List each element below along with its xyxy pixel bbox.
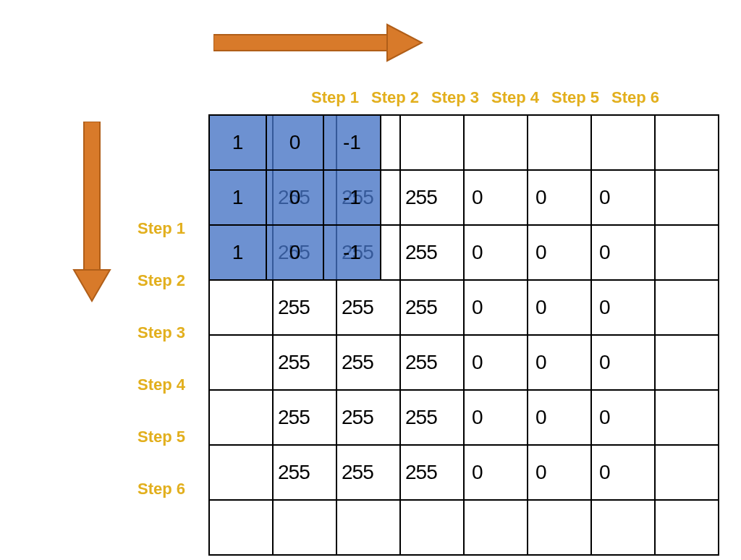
grid-cell: 255 (400, 225, 464, 280)
grid-cell: 0 (464, 390, 528, 445)
grid-cell: 255 (273, 335, 336, 390)
grid-cell: 255 (400, 390, 464, 445)
grid-cell: 0 (591, 335, 655, 390)
col-step-2: Step 2 (371, 88, 422, 107)
grid-cell (655, 390, 719, 445)
grid-cell (400, 500, 464, 555)
grid-cell (655, 335, 719, 390)
table-row: 255 255 255 0 0 0 (209, 280, 719, 335)
grid-cell: 255 (273, 445, 336, 500)
grid-cell (591, 115, 655, 170)
row-step-labels: Step 1 Step 2 Step 3 Step 4 Step 5 Step … (137, 219, 185, 500)
grid-cell: 0 (464, 280, 528, 335)
grid-cell: 255 (336, 335, 400, 390)
kernel-cell: 0 (266, 115, 323, 170)
grid-cell: 255 (336, 445, 400, 500)
grid-cell: 255 (400, 280, 464, 335)
grid-cell: 0 (464, 225, 528, 280)
grid-cell: 0 (528, 390, 591, 445)
vertical-arrow-icon (72, 122, 112, 302)
table-row: 255 255 255 0 0 0 (209, 445, 719, 500)
svg-marker-3 (74, 270, 110, 301)
kernel-cell: 0 (266, 225, 323, 280)
row-step-5: Step 5 (137, 428, 185, 448)
kernel-cell: 1 (209, 115, 266, 170)
table-row: 255 255 255 0 0 0 (209, 335, 719, 390)
grid-cell: 255 (400, 335, 464, 390)
grid-cell (655, 445, 719, 500)
grid-cell (209, 445, 273, 500)
col-step-1: Step 1 (311, 88, 362, 107)
svg-rect-0 (213, 35, 387, 51)
grid-cell (209, 280, 273, 335)
grid-cell (209, 500, 273, 555)
grid-cell: 0 (464, 335, 528, 390)
grid-cell: 255 (336, 390, 400, 445)
grid-cell: 0 (464, 170, 528, 225)
col-step-6: Step 6 (611, 88, 662, 107)
grid-cell (655, 115, 719, 170)
grid-cell: 0 (528, 280, 591, 335)
grid-cell: 255 (273, 390, 336, 445)
grid-cell (655, 500, 719, 555)
grid-cell (209, 390, 273, 445)
grid-cell (209, 335, 273, 390)
grid-cell: 255 (400, 170, 464, 225)
grid-cell: 255 (400, 445, 464, 500)
kernel-cell: -1 (323, 115, 381, 170)
grid-cell: 255 (273, 280, 336, 335)
row-step-4: Step 4 (137, 376, 185, 396)
kernel-cell: 1 (209, 225, 266, 280)
col-step-4: Step 4 (491, 88, 542, 107)
grid-cell: 0 (591, 280, 655, 335)
grid-cell (464, 115, 528, 170)
table-row: 255 255 255 0 0 0 (209, 390, 719, 445)
grid-cell: 0 (528, 225, 591, 280)
grid-cell (336, 500, 400, 555)
row-step-6: Step 6 (137, 480, 185, 500)
grid-cell (591, 500, 655, 555)
grid-cell: 255 (336, 280, 400, 335)
table-row (209, 500, 719, 555)
grid-cell (655, 170, 719, 225)
col-step-3: Step 3 (431, 88, 482, 107)
grid-cell (464, 500, 528, 555)
grid-cell: 0 (591, 225, 655, 280)
grid-cell: 0 (591, 170, 655, 225)
grid-cell (655, 280, 719, 335)
grid-cell: 0 (464, 445, 528, 500)
row-step-2: Step 2 (137, 271, 185, 292)
horizontal-arrow-icon (213, 23, 423, 63)
svg-marker-1 (387, 25, 422, 61)
row-step-1: Step 1 (137, 219, 185, 239)
svg-rect-2 (84, 122, 100, 270)
kernel-cell: -1 (323, 225, 381, 280)
col-step-5: Step 5 (551, 88, 602, 107)
grid-cell (528, 500, 591, 555)
grid-cell (273, 500, 336, 555)
grid-cell: 0 (591, 445, 655, 500)
kernel-cell: 1 (209, 170, 266, 225)
grid-cell (655, 225, 719, 280)
grid-cell (528, 115, 591, 170)
kernel-overlay: 1 0 -1 1 0 -1 1 0 -1 (208, 114, 381, 281)
row-step-3: Step 3 (137, 323, 185, 344)
grid-cell (400, 115, 464, 170)
kernel-cell: 0 (266, 170, 323, 225)
grid-cell: 0 (528, 445, 591, 500)
grid-cell: 0 (591, 390, 655, 445)
kernel-cell: -1 (323, 170, 381, 225)
grid-cell: 0 (528, 170, 591, 225)
grid-cell: 0 (528, 335, 591, 390)
column-step-labels: Step 1 Step 2 Step 3 Step 4 Step 5 Step … (311, 88, 662, 107)
